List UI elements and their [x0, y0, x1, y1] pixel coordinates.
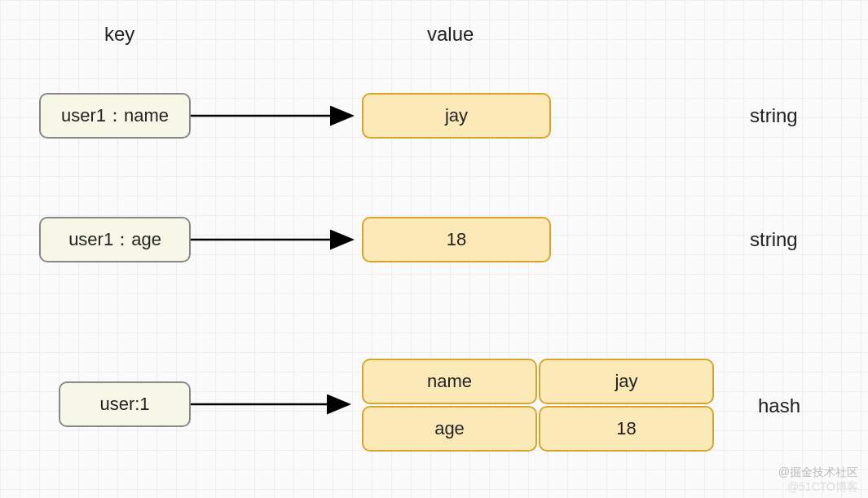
hash-age-value: 18 [616, 418, 636, 439]
key-text-3: user:1 [99, 394, 149, 415]
key-box-3: user:1 [59, 381, 191, 427]
hash-name-label: name [427, 371, 472, 392]
key-text-2: user1：age [68, 227, 161, 252]
row-type-2: string [750, 228, 798, 251]
value-box-1: jay [362, 93, 551, 139]
row-type-3: hash [758, 394, 800, 417]
value-text-1: jay [445, 105, 468, 126]
arrow-2 [191, 228, 362, 253]
key-text-1: user1：name [61, 104, 169, 128]
arrow-3 [191, 393, 359, 417]
hash-cell-name-label: name [362, 359, 537, 404]
hash-name-value: jay [615, 371, 637, 392]
hash-cell-age-value: 18 [539, 406, 714, 452]
header-key: key [104, 23, 134, 46]
key-box-2: user1：age [39, 217, 191, 262]
watermark-main: @掘金技术社区 [778, 465, 858, 480]
row-type-1: string [750, 104, 798, 127]
value-text-2: 18 [447, 229, 466, 250]
hash-cell-age-label: age [362, 406, 537, 452]
hash-cell-name-value: jay [539, 359, 714, 404]
header-value: value [427, 23, 474, 46]
key-box-1: user1：name [39, 93, 191, 139]
arrow-1 [191, 104, 362, 129]
watermark-sub: @51CTO博客 [787, 480, 858, 495]
value-box-2: 18 [362, 217, 551, 262]
hash-age-label: age [434, 418, 465, 439]
